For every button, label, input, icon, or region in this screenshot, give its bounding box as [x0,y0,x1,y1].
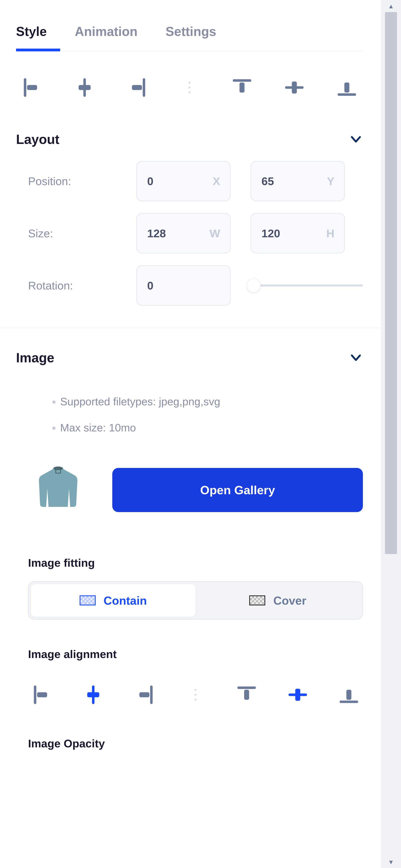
rotation-input[interactable] [136,266,231,306]
svg-rect-9 [292,82,297,94]
image-alignment-label: Image alignment [16,619,363,673]
fitting-contain-option[interactable]: Contain [31,584,196,617]
img-align-center-vertical-icon[interactable] [284,681,312,709]
scroll-thumb[interactable] [385,12,397,554]
gallery-row: Open Gallery [16,456,363,528]
filetypes-note: Supported filetypes: jpeg,png,svg [60,389,363,415]
alignment-separator [175,73,203,101]
tab-animation[interactable]: Animation [75,24,138,51]
img-align-right-icon[interactable] [130,681,158,709]
image-opacity-label: Image Opacity [16,709,363,762]
tabs-bar: Style Animation Settings [16,0,363,52]
open-gallery-button[interactable]: Open Gallery [112,468,363,512]
element-alignment-row [16,52,363,110]
chevron-down-icon [349,132,363,146]
img-align-bottom-icon[interactable] [335,681,363,709]
align-left-icon[interactable] [18,73,46,101]
suffix-h: H [326,227,334,240]
svg-rect-7 [239,83,244,93]
align-center-horizontal-icon[interactable] [71,73,99,101]
maxsize-note: Max size: 10mo [60,415,363,441]
rotation-row: Rotation: [16,259,363,312]
size-row: Size: W H [16,207,363,259]
position-label: Position: [16,175,128,188]
image-fitting-segment: Contain Cover [28,581,363,619]
contain-icon [79,595,96,606]
tab-style[interactable]: Style [16,24,47,51]
svg-rect-24 [346,690,352,700]
fitting-contain-label: Contain [104,594,147,607]
scroll-up-arrow-icon[interactable]: ▴ [381,0,401,12]
scroll-down-arrow-icon[interactable]: ▾ [381,856,401,868]
cover-icon [249,595,265,606]
img-align-top-icon[interactable] [233,681,261,709]
fitting-cover-label: Cover [273,594,306,607]
vertical-scrollbar[interactable]: ▴ ▾ [381,0,401,868]
layout-title: Layout [16,132,59,147]
align-bottom-icon[interactable] [333,73,361,101]
image-section-header[interactable]: Image [16,328,363,373]
svg-rect-14 [37,692,47,698]
tab-settings[interactable]: Settings [166,24,216,51]
position-x-input[interactable]: X [136,161,231,201]
slider-thumb[interactable] [246,278,261,292]
image-info-list: Supported filetypes: jpeg,png,svg Max si… [16,377,363,453]
svg-rect-22 [295,689,300,701]
suffix-x: X [213,175,220,188]
img-align-left-icon[interactable] [28,681,56,709]
layout-section-header[interactable]: Layout [16,110,363,155]
position-x-field[interactable] [147,175,183,188]
image-title: Image [16,350,54,365]
svg-rect-16 [87,692,99,698]
align-right-icon[interactable] [123,73,151,101]
size-h-input[interactable]: H [250,213,345,253]
size-w-field[interactable] [147,227,183,240]
rotation-field[interactable] [147,279,183,292]
image-alignment-row [16,673,363,709]
position-y-field[interactable] [261,175,297,188]
size-label: Size: [16,227,128,240]
img-align-center-horizontal-icon[interactable] [79,681,107,709]
chevron-down-icon [349,351,363,365]
svg-rect-5 [132,85,142,90]
svg-rect-11 [344,83,349,93]
rotation-slider[interactable] [250,281,363,289]
rotation-label: Rotation: [16,279,128,292]
svg-rect-1 [27,85,37,90]
svg-rect-20 [244,690,249,700]
size-w-input[interactable]: W [136,213,231,253]
suffix-y: Y [327,175,334,188]
position-row: Position: X Y [16,155,363,207]
align-center-vertical-icon[interactable] [280,73,308,101]
svg-rect-3 [78,85,91,90]
slider-track [250,284,363,286]
image-fitting-label: Image fitting [16,528,363,581]
alignment-separator [181,681,209,709]
properties-panel: Style Animation Settings Layout [0,0,381,868]
image-thumbnail[interactable] [28,460,88,520]
svg-point-12 [53,467,63,470]
scroll-track[interactable] [385,12,397,856]
svg-rect-18 [139,692,149,698]
fitting-cover-option[interactable]: Cover [196,584,360,617]
position-y-input[interactable]: Y [250,161,345,201]
size-h-field[interactable] [261,227,297,240]
suffix-w: W [209,227,220,240]
align-top-icon[interactable] [228,73,256,101]
